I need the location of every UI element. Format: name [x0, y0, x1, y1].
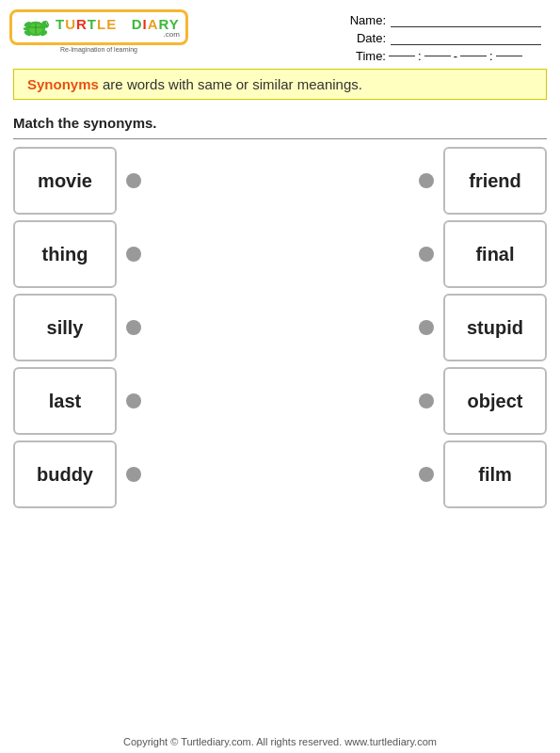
- footer: Copyright © Turtlediary.com. All rights …: [0, 736, 560, 747]
- name-row: Name:: [348, 13, 541, 27]
- dot-right-4[interactable]: [419, 393, 434, 409]
- time-seg-4[interactable]: [496, 56, 522, 56]
- word-card-final: final: [443, 220, 547, 288]
- banner-text: are words with same or similar meanings.: [103, 76, 362, 92]
- word-card-object: object: [443, 367, 547, 435]
- logo-text: TURTLE DIARY .com: [56, 17, 180, 39]
- form-fields: Name: Date: Time: : - :: [348, 13, 541, 63]
- match-row-5: buddy film: [13, 441, 547, 508]
- date-input[interactable]: [391, 32, 541, 45]
- word-card-buddy: buddy: [13, 441, 117, 508]
- dot-right-3[interactable]: [419, 320, 434, 335]
- dot-left-4[interactable]: [126, 393, 141, 409]
- dot-right-2[interactable]: [419, 247, 434, 262]
- svg-point-1: [41, 21, 49, 28]
- date-label: Date:: [348, 31, 386, 45]
- match-row-3: silly stupid: [13, 294, 547, 361]
- logo-box: TURTLE DIARY .com: [9, 9, 188, 45]
- dot-left-1[interactable]: [126, 173, 141, 188]
- header: TURTLE DIARY .com Re-Imagination of lear…: [0, 0, 560, 69]
- name-label: Name:: [348, 13, 386, 27]
- word-card-movie: movie: [13, 147, 117, 215]
- match-row-4: last object: [13, 367, 547, 435]
- time-seg-2[interactable]: [424, 56, 451, 56]
- time-row: Time: : - :: [348, 49, 541, 63]
- logo-subtitle: Re-Imagination of learning: [60, 46, 137, 53]
- synonym-highlight: Synonyms: [27, 76, 99, 92]
- time-seg-3[interactable]: [460, 56, 487, 56]
- definition-banner: Synonyms are words with same or similar …: [13, 69, 547, 100]
- svg-point-10: [47, 23, 48, 24]
- match-row-1: movie friend: [13, 147, 547, 215]
- divider: [13, 138, 547, 139]
- logo-title: TURTLE DIARY: [56, 17, 180, 31]
- left-group-4: last: [13, 367, 141, 435]
- left-group-3: silly: [13, 294, 141, 361]
- word-card-friend: friend: [443, 147, 547, 215]
- dot-right-1[interactable]: [419, 173, 434, 188]
- word-card-last: last: [13, 367, 117, 435]
- word-card-stupid: stupid: [443, 294, 547, 361]
- right-group-1: friend: [419, 147, 547, 215]
- right-group-4: object: [419, 367, 547, 435]
- name-input[interactable]: [391, 14, 541, 27]
- dot-right-5[interactable]: [419, 467, 434, 482]
- time-seg-1[interactable]: [389, 56, 415, 56]
- match-row-2: thing final: [13, 220, 547, 288]
- left-group-5: buddy: [13, 441, 141, 508]
- dot-left-2[interactable]: [126, 247, 141, 262]
- dot-left-5[interactable]: [126, 467, 141, 482]
- right-group-3: stupid: [419, 294, 547, 361]
- instruction: Match the synonyms.: [0, 109, 560, 135]
- logo-com: .com: [56, 31, 180, 39]
- right-group-5: film: [419, 441, 547, 508]
- left-group-1: movie: [13, 147, 141, 215]
- dot-left-3[interactable]: [126, 320, 141, 335]
- logo-area: TURTLE DIARY .com Re-Imagination of lear…: [9, 9, 188, 53]
- date-row: Date:: [348, 31, 541, 45]
- right-group-2: final: [419, 220, 547, 288]
- time-label: Time:: [348, 49, 386, 63]
- word-card-silly: silly: [13, 294, 117, 361]
- svg-point-8: [24, 27, 29, 30]
- matching-area: movie friend thing final: [0, 147, 560, 508]
- turtle-icon: [18, 14, 54, 40]
- word-card-thing: thing: [13, 220, 117, 288]
- word-card-film: film: [443, 441, 547, 508]
- left-group-2: thing: [13, 220, 141, 288]
